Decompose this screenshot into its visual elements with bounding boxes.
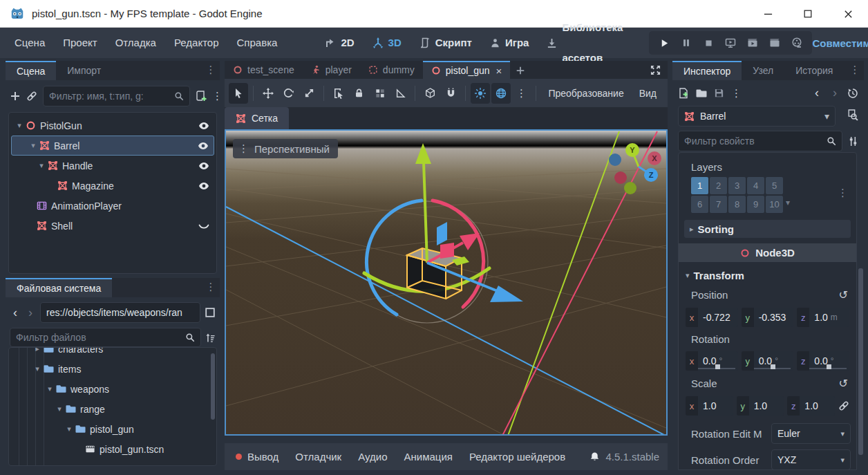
list-select-button[interactable] xyxy=(329,83,348,104)
open-docs-button[interactable] xyxy=(847,109,858,121)
move-mode-button[interactable] xyxy=(258,83,278,104)
expand-icon[interactable] xyxy=(32,347,42,353)
scene-tab-test-scene[interactable]: test_scene xyxy=(225,61,303,79)
current-path-input[interactable] xyxy=(46,307,194,318)
notification-bell-icon[interactable] xyxy=(589,451,600,462)
workspace-2d-button[interactable]: 2D xyxy=(318,28,361,58)
local-space-button[interactable] xyxy=(420,83,440,104)
tab-node[interactable]: Узел xyxy=(742,61,784,80)
history-forward-button[interactable] xyxy=(829,86,840,100)
menu-help[interactable]: Справка xyxy=(228,28,287,58)
collapse-icon[interactable] xyxy=(64,425,74,434)
file-filter-input[interactable] xyxy=(16,332,185,343)
collapse-icon[interactable] xyxy=(45,384,55,393)
menu-project[interactable]: Проект xyxy=(54,28,106,58)
filesystem-scrollbar[interactable] xyxy=(211,353,215,420)
snap-toggle-button[interactable] xyxy=(441,83,460,104)
collapse-icon[interactable] xyxy=(15,121,24,130)
history-back-button[interactable] xyxy=(811,86,822,100)
scene-dock-menu-button[interactable] xyxy=(205,64,217,76)
mesh-menu-button[interactable]: Сетка xyxy=(225,107,289,129)
property-filter-input[interactable] xyxy=(684,136,827,147)
visibility-hidden-icon[interactable] xyxy=(198,221,209,232)
collapse-icon[interactable] xyxy=(55,404,64,413)
layers-menu-button[interactable] xyxy=(838,187,848,199)
gizmo-plane-xy-handle[interactable] xyxy=(440,243,454,259)
tree-row-handle[interactable]: Handle xyxy=(9,156,216,176)
position-y-field[interactable]: y -0.353 xyxy=(742,308,794,327)
visibility-eye-icon[interactable] xyxy=(198,160,209,171)
layer-cell-5[interactable]: 5 xyxy=(766,177,783,194)
nav-back-button[interactable] xyxy=(10,306,21,320)
file-row-items[interactable]: items xyxy=(9,359,216,379)
visibility-eye-icon[interactable] xyxy=(198,180,209,192)
layer-cell-7[interactable]: 7 xyxy=(710,196,727,213)
tab-import[interactable]: Импорт xyxy=(56,61,112,80)
file-row-pistol-gun-tscn[interactable]: pistol_gun.tscn xyxy=(9,439,216,459)
layer-cell-2[interactable]: 2 xyxy=(710,177,727,194)
visibility-eye-icon[interactable] xyxy=(198,140,209,151)
visibility-eye-icon[interactable] xyxy=(198,120,209,131)
scale-x-field[interactable]: x 1.0 xyxy=(686,396,733,416)
movie-maker-button[interactable] xyxy=(787,34,806,52)
bottom-tab-debugger[interactable]: Отладчик xyxy=(287,451,350,463)
play-button[interactable] xyxy=(654,34,674,52)
tab-scene[interactable]: Сцена xyxy=(6,61,56,80)
stop-button[interactable] xyxy=(699,34,718,52)
bottom-tab-shader-editor[interactable]: Редактор шейдеров xyxy=(461,451,574,463)
group-nodes-button[interactable] xyxy=(370,83,390,104)
revert-position-button[interactable] xyxy=(839,288,851,301)
revert-scale-button[interactable] xyxy=(839,377,851,390)
layer-cell-4[interactable]: 4 xyxy=(747,177,764,194)
edited-node-selector[interactable]: Barrel xyxy=(678,106,836,127)
workspace-game-button[interactable]: Игра xyxy=(483,28,536,58)
rotation-x-field[interactable]: x 0.0 ° xyxy=(686,351,738,371)
scene-tab-player[interactable]: player xyxy=(303,61,360,79)
inspector-scrollbar[interactable] xyxy=(858,268,863,455)
filesystem-menu-button[interactable] xyxy=(205,281,217,293)
tab-inspector[interactable]: Инспектор xyxy=(672,61,742,80)
axis-neg-z-ball[interactable] xyxy=(609,153,621,166)
preview-sun-button[interactable] xyxy=(471,83,490,104)
collapse-icon[interactable] xyxy=(32,364,42,373)
bottom-tab-audio[interactable]: Аудио xyxy=(350,451,395,463)
layer-cell-6[interactable]: 6 xyxy=(691,196,708,213)
rotation-x-slider[interactable] xyxy=(698,368,735,369)
tree-row-pistolgun[interactable]: PistolGun xyxy=(9,115,216,136)
new-resource-button[interactable] xyxy=(678,88,689,99)
attach-script-button[interactable] xyxy=(196,91,207,102)
resource-menu-button[interactable] xyxy=(731,87,742,100)
sort-files-button[interactable] xyxy=(205,333,216,343)
ruler-mode-button[interactable] xyxy=(391,83,411,104)
preview-environment-button[interactable] xyxy=(491,83,511,104)
file-row-range[interactable]: range xyxy=(9,399,216,419)
sorting-section-header[interactable]: Sorting xyxy=(684,220,851,238)
nav-forward-button[interactable] xyxy=(25,306,36,320)
rotate-mode-button[interactable] xyxy=(279,83,299,104)
pause-button[interactable] xyxy=(677,34,696,52)
scene-filter-input[interactable] xyxy=(49,91,174,102)
position-z-field[interactable]: z 1.0 m xyxy=(797,308,849,327)
scene-tab-dummy[interactable]: dummy xyxy=(360,61,423,79)
bottom-tab-output[interactable]: Вывод xyxy=(233,451,287,463)
projection-menu[interactable]: Перспективный xyxy=(233,139,338,158)
3d-viewport[interactable]: X Y Z Перспективный xyxy=(225,129,668,436)
layers-expand-icon[interactable] xyxy=(786,198,790,207)
rotation-y-field[interactable]: y 0.0 ° xyxy=(742,351,794,371)
maximize-button[interactable] xyxy=(788,0,828,28)
transform-section-header[interactable]: Transform xyxy=(684,266,851,284)
menu-editor[interactable]: Редактор xyxy=(165,28,228,58)
preview-settings-button[interactable] xyxy=(512,83,531,104)
scale-y-field[interactable]: y 1.0 xyxy=(737,396,784,416)
file-row-characters[interactable]: characters xyxy=(9,347,216,359)
scale-z-field[interactable]: z 1.0 xyxy=(787,396,835,416)
workspace-3d-button[interactable]: 3D xyxy=(366,28,408,58)
inspector-dock-menu-button[interactable] xyxy=(849,64,861,76)
tree-row-shell[interactable]: Shell xyxy=(9,216,216,236)
close-tab-icon[interactable] xyxy=(496,65,502,77)
menu-debug[interactable]: Отладка xyxy=(106,28,165,58)
layer-cell-10[interactable]: 10 xyxy=(766,196,783,213)
view-menu[interactable]: Вид xyxy=(632,88,663,99)
rotation-z-slider[interactable] xyxy=(809,368,847,369)
scale-mode-button[interactable] xyxy=(299,83,319,104)
